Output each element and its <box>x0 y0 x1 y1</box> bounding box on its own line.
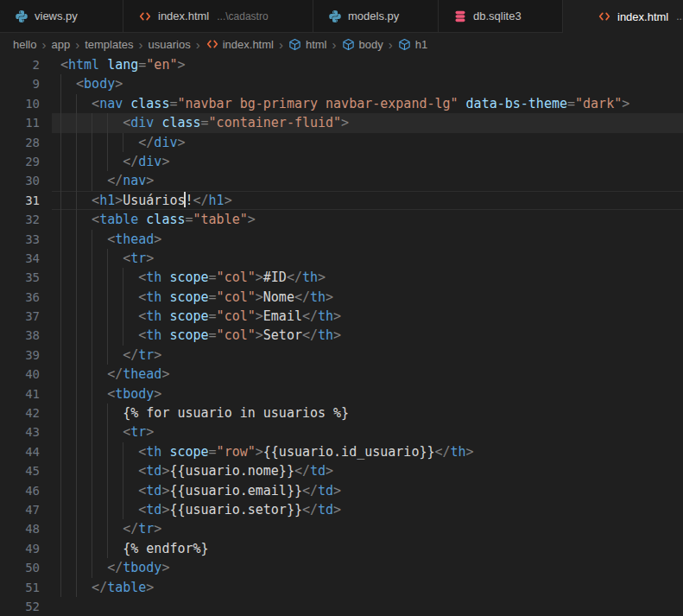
code-line-47[interactable]: 47<td>{{usuario.setor}}</td> <box>0 500 683 519</box>
tab-db-sqlite3[interactable]: db.sqlite3 <box>439 0 563 33</box>
line-number[interactable]: 29 <box>0 152 52 171</box>
line-number[interactable]: 49 <box>0 539 52 558</box>
line-number[interactable]: 34 <box>0 249 52 268</box>
line-number[interactable]: 39 <box>0 346 52 365</box>
code-line-30[interactable]: 30</nav> <box>0 171 683 190</box>
code-line-31[interactable]: 31<h1>Usuários!</h1> <box>0 191 683 210</box>
code-line-46[interactable]: 46<td>{{usuario.email}}</td> <box>0 481 683 500</box>
code-tokens: </thead> <box>107 365 169 384</box>
code-token: > <box>146 251 154 266</box>
code-token: > <box>256 308 263 324</box>
code-tokens: <td>{{usuario.email}}</td> <box>138 481 341 500</box>
code-line-45[interactable]: 45<td>{{usuario.nome}}</td> <box>0 461 683 480</box>
code-line-41[interactable]: 41<tbody> <box>0 384 683 403</box>
code-line-36[interactable]: 36<th scope="col">Nome</th> <box>0 288 683 307</box>
line-number[interactable]: 31 <box>0 191 52 210</box>
tab-models-py[interactable]: models.py <box>313 0 439 33</box>
line-number[interactable]: 43 <box>0 422 52 441</box>
line-number[interactable]: 40 <box>0 365 52 384</box>
html-icon <box>206 37 219 51</box>
code-line-29[interactable]: 29</div> <box>0 152 683 171</box>
line-number[interactable]: 41 <box>0 384 52 403</box>
code-token: td <box>310 463 326 479</box>
code-line-37[interactable]: 37<th scope="col">Email</th> <box>0 307 683 326</box>
breadcrumb-item-index-html[interactable]: index.html <box>206 37 274 51</box>
code-line-39[interactable]: 39</tr> <box>0 346 683 365</box>
code-token: > <box>225 193 232 208</box>
breadcrumb-item-hello[interactable]: hello <box>13 38 36 51</box>
breadcrumb-item-templates[interactable]: templates <box>85 38 133 51</box>
code-token: < <box>138 444 146 460</box>
indent-guides <box>60 461 138 480</box>
line-number[interactable]: 47 <box>0 500 52 519</box>
breadcrumb-item-html[interactable]: html <box>288 37 327 51</box>
indent-guides <box>60 578 92 597</box>
line-number[interactable]: 42 <box>0 403 52 422</box>
line-number[interactable]: 35 <box>0 268 52 287</box>
indent-guides <box>60 152 123 171</box>
breadcrumb-item-app[interactable]: app <box>51 38 70 51</box>
line-number[interactable]: 48 <box>0 519 52 538</box>
code-token: > <box>341 115 349 130</box>
code-line-9[interactable]: 9<body> <box>0 74 683 93</box>
line-number[interactable]: 2 <box>0 55 52 74</box>
code-line-10[interactable]: 10<nav class="navbar bg-primary navbar-e… <box>0 94 683 113</box>
line-number[interactable]: 44 <box>0 442 52 461</box>
line-number[interactable]: 28 <box>0 133 52 152</box>
line-number[interactable]: 45 <box>0 461 52 480</box>
code-token: > <box>154 386 161 402</box>
indent-guides <box>60 210 92 229</box>
code-line-28[interactable]: 28</div> <box>0 133 683 152</box>
line-number[interactable]: 32 <box>0 210 52 229</box>
line-number[interactable]: 38 <box>0 326 52 345</box>
code-token: nav <box>99 96 123 111</box>
line-number[interactable]: 37 <box>0 307 52 326</box>
code-line-32[interactable]: 32<table class="table"> <box>0 210 683 229</box>
code-line-11[interactable]: 11<div class="container-fluid"> <box>0 113 683 132</box>
tab-index-html[interactable]: index.html...\cadastro <box>123 0 313 33</box>
line-number[interactable]: 10 <box>0 94 52 113</box>
code-line-34[interactable]: 34<tr> <box>0 249 683 268</box>
code-token: > <box>256 270 263 285</box>
code-token: = <box>209 444 217 460</box>
code-token: < <box>138 463 146 479</box>
breadcrumb-item-usuarios[interactable]: usuarios <box>149 38 191 51</box>
tab-views-py[interactable]: views.py <box>0 0 123 33</box>
line-number[interactable]: 51 <box>0 578 52 597</box>
code-line-51[interactable]: 51</table> <box>0 578 683 597</box>
code-line-52[interactable]: 52 <box>0 597 683 616</box>
code-tokens: <td>{{usuario.setor}}</td> <box>138 500 341 519</box>
code-line-43[interactable]: 43<tr> <box>0 422 683 441</box>
code-token: tbody <box>115 386 154 402</box>
code-line-2[interactable]: 2<html lang="en"> <box>0 55 683 74</box>
code-line-content: <td>{{usuario.nome}}</td> <box>52 461 683 480</box>
line-number[interactable]: 11 <box>0 113 52 132</box>
code-line-content: </table> <box>52 578 683 597</box>
code-line-33[interactable]: 33<thead> <box>0 230 683 249</box>
breadcrumb-item-body[interactable]: body <box>342 37 383 51</box>
code-line-50[interactable]: 50</tbody> <box>0 558 683 577</box>
line-number[interactable]: 50 <box>0 558 52 577</box>
code-line-44[interactable]: 44<th scope="row">{{usuario.id_usuario}}… <box>0 442 683 461</box>
code-line-40[interactable]: 40</thead> <box>0 365 683 384</box>
code-token: "table" <box>193 212 248 227</box>
code-line-48[interactable]: 48</tr> <box>0 519 683 538</box>
code-line-35[interactable]: 35<th scope="col">#ID</th> <box>0 268 683 287</box>
breadcrumb: hello›app›templates›usuarios›index.html›… <box>0 33 683 55</box>
line-number[interactable]: 46 <box>0 481 52 500</box>
breadcrumb-item-h1[interactable]: h1 <box>398 37 427 51</box>
code-line-content: <th scope="col">Setor</th> <box>52 326 683 345</box>
code-line-49[interactable]: 49{% endfor%} <box>0 539 683 558</box>
code-tokens: </div> <box>123 152 169 171</box>
line-number[interactable]: 30 <box>0 171 52 190</box>
code-line-42[interactable]: 42{% for usuario in usuarios %} <box>0 403 683 422</box>
line-number[interactable]: 33 <box>0 230 52 249</box>
line-number[interactable]: 9 <box>0 74 52 93</box>
tab-index-html[interactable]: index.html...\u <box>563 0 683 33</box>
line-number[interactable]: 52 <box>0 597 52 616</box>
code-token: > <box>161 366 169 382</box>
code-token: scope <box>169 308 208 324</box>
line-number[interactable]: 36 <box>0 288 52 307</box>
code-token: h1 <box>209 193 225 208</box>
code-line-38[interactable]: 38<th scope="col">Setor</th> <box>0 326 683 345</box>
